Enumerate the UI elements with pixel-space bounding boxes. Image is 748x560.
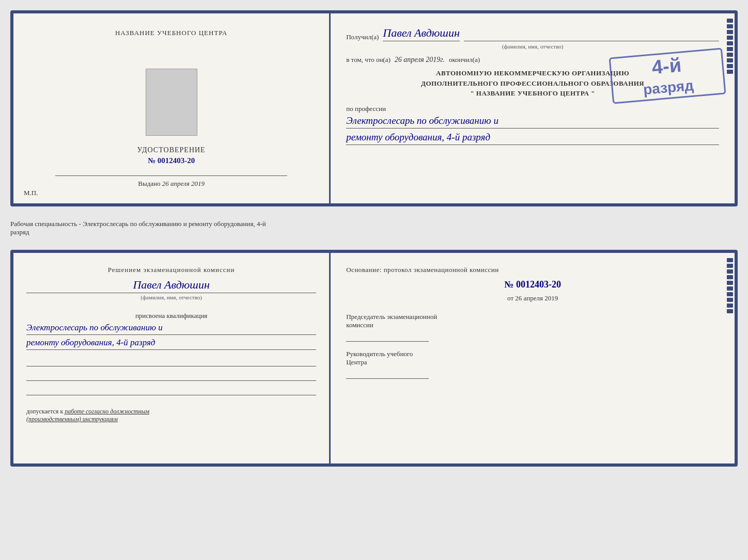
profession-line1: Электрослесарь по обслуживанию и (346, 115, 719, 129)
руководитель-title: Руководитель учебного Центра (346, 350, 719, 366)
org-line3: " НАЗВАНИЕ УЧЕБНОГО ЦЕНТРА " (470, 89, 595, 97)
фио-subtitle: (фамилия, имя, отчество) (346, 43, 719, 50)
протокол-номер: № 0012403-20 (346, 279, 719, 290)
qualification-line1: Электрослесарь по обслуживанию и (26, 323, 316, 335)
по-профессии-label: по профессии (346, 105, 719, 113)
sig-line-2 (26, 371, 316, 381)
sig-line-3 (26, 385, 316, 395)
председатель-sig-line (346, 331, 429, 342)
panel-top-left: НАЗВАНИЕ УЧЕБНОГО ЦЕНТРА УДОСТОВЕРЕНИЕ №… (13, 13, 331, 203)
в-том-что-prefix: в том, что он(а) (346, 56, 391, 64)
руководитель-block: Руководитель учебного Центра (346, 350, 719, 379)
center-name-label: НАЗВАНИЕ УЧЕБНОГО ЦЕНТРА (26, 29, 316, 37)
рабочая-специальность: Рабочая специальность - Электрослесарь п… (10, 220, 266, 236)
photo-placeholder (146, 69, 197, 136)
middle-text: Рабочая специальность - Электрослесарь п… (10, 216, 738, 241)
sig-line-1 (26, 356, 316, 366)
от-date: от 26 апреля 2019 (346, 294, 719, 302)
получил-prefix: Получил(а) (346, 33, 379, 41)
допускается-prefix: допускается к (26, 408, 63, 415)
выдано-label: Выдано 26 апреля 2019 (138, 180, 205, 187)
руководитель-sig-line (346, 369, 429, 379)
doc-title-block: УДОСТОВЕРЕНИЕ № 0012403-20 (137, 146, 206, 165)
right-stripes (725, 13, 735, 203)
mp-label: М.П. (24, 189, 38, 197)
completion-date-top: 26 апреля 2019г. (395, 56, 445, 64)
recipient-name-top: Павел Авдюшин (383, 26, 459, 41)
окончил-label: окончил(а) (449, 56, 480, 64)
org-line2: ДОПОЛНИТЕЛЬНОГО ПРОФЕССИОНАЛЬНОГО ОБРАЗО… (421, 79, 644, 87)
panel-bottom-left: Решением экзаменационной комиссии Павел … (13, 253, 331, 463)
в-том-что-line: в том, что он(а) 26 апреля 2019г. окончи… (346, 56, 719, 64)
right-stripes-bottom (725, 253, 735, 463)
председатель-title: Председатель экзаменационной комиссии (346, 313, 719, 329)
panel-bottom-right: Основание: протокол экзаменационной коми… (331, 253, 735, 463)
recipient-name-bottom: Павел Авдюшин (26, 278, 316, 293)
допускается-block: допускается к работе согласно должностны… (26, 408, 316, 423)
doc-title: УДОСТОВЕРЕНИЕ (137, 146, 206, 154)
присвоена-text: присвоена квалификация (26, 312, 316, 320)
signature-lines-bottom (26, 356, 316, 399)
председатель-block: Председатель экзаменационной комиссии (346, 313, 719, 342)
doc-number: № 0012403-20 (137, 156, 206, 165)
получил-line: Получил(а) Павел Авдюшин (346, 26, 719, 41)
org-line1: АВТОНОМНУЮ НЕКОММЕРЧЕСКУЮ ОРГАНИЗАЦИЮ (436, 69, 629, 77)
profession-line2: ремонту оборудования, 4-й разряд (346, 132, 719, 145)
document-top: НАЗВАНИЕ УЧЕБНОГО ЦЕНТРА УДОСТОВЕРЕНИЕ №… (10, 10, 738, 206)
name-dash (464, 41, 719, 41)
org-lines: АВТОНОМНУЮ НЕКОММЕРЧЕСКУЮ ОРГАНИЗАЦИЮ ДО… (346, 68, 719, 99)
основание-text: Основание: протокол экзаменационной коми… (346, 266, 719, 274)
panel-top-right: Получил(а) Павел Авдюшин (фамилия, имя, … (331, 13, 735, 203)
фио-subtitle-bottom: (фамилия, имя, отчество) (26, 294, 316, 300)
document-bottom: Решением экзаменационной комиссии Павел … (10, 250, 738, 467)
org-stamp-block: АВТОНОМНУЮ НЕКОММЕРЧЕСКУЮ ОРГАНИЗАЦИЮ ДО… (346, 68, 719, 99)
qualification-line2: ремонту оборудования, 4-й разряд (26, 338, 316, 350)
решением-text: Решением экзаменационной комиссии (26, 266, 316, 274)
